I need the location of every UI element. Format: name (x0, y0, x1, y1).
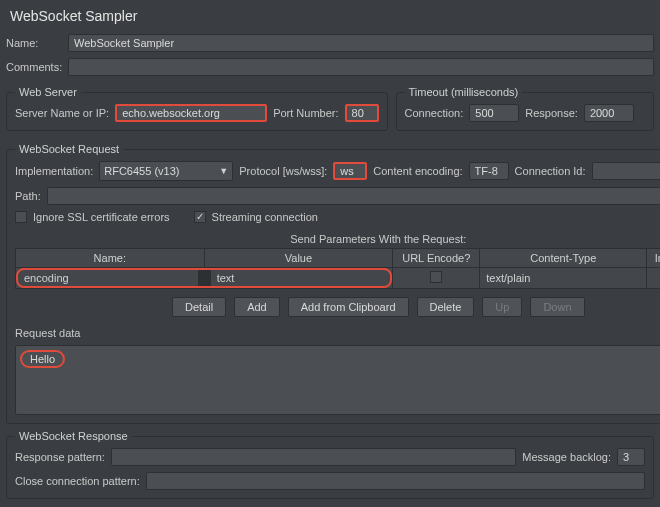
proto-input[interactable] (333, 162, 367, 180)
server-label: Server Name or IP: (15, 107, 109, 119)
timeout-resp-input[interactable] (584, 104, 634, 122)
down-button[interactable]: Down (530, 297, 584, 317)
cell-include[interactable] (647, 268, 660, 289)
checkbox-icon (194, 211, 206, 223)
port-input[interactable] (345, 104, 379, 122)
comments-input[interactable] (68, 58, 654, 76)
proto-label: Protocol [ws/wss]: (239, 165, 327, 177)
ignore-ssl-checkbox[interactable]: Ignore SSL certificate errors (15, 211, 170, 223)
comments-label: Comments: (6, 61, 62, 73)
checkbox-icon (430, 271, 442, 283)
delete-button[interactable]: Delete (417, 297, 475, 317)
checkbox-icon (15, 211, 27, 223)
up-button[interactable]: Up (482, 297, 522, 317)
impl-select[interactable]: RFC6455 (v13) ▼ (99, 161, 233, 181)
row-namevalue-highlight: encoding text (16, 268, 392, 288)
th-name[interactable]: Name: (16, 249, 205, 268)
impl-label: Implementation: (15, 165, 93, 177)
webserver-legend: Web Server (15, 86, 81, 98)
cell-ctype[interactable]: text/plain (480, 268, 647, 289)
server-input[interactable] (115, 104, 267, 122)
timeout-conn-label: Connection: (405, 107, 464, 119)
pattern-label: Response pattern: (15, 451, 105, 463)
close-label: Close connection pattern: (15, 475, 140, 487)
encoding-label: Content encoding: (373, 165, 462, 177)
cell-urlencode[interactable] (393, 268, 480, 289)
params-title: Send Parameters With the Request: (15, 233, 660, 245)
timeout-resp-label: Response: (525, 107, 578, 119)
connid-input[interactable] (592, 162, 660, 180)
backlog-label: Message backlog: (522, 451, 611, 463)
reqdata-value: Hello (20, 350, 65, 368)
addclip-button[interactable]: Add from Clipboard (288, 297, 409, 317)
timeout-legend: Timeout (milliseconds) (405, 86, 523, 98)
cell-name[interactable]: encoding (18, 272, 198, 284)
th-include[interactable]: Include Equals? (647, 249, 660, 268)
wsreq-legend: WebSocket Request (15, 143, 123, 155)
th-ctype[interactable]: Content-Type (480, 249, 647, 268)
name-input[interactable] (68, 34, 654, 52)
th-value[interactable]: Value (204, 249, 393, 268)
path-input[interactable] (47, 187, 660, 205)
ignore-ssl-label: Ignore SSL certificate errors (33, 211, 170, 223)
cell-value[interactable]: text (211, 272, 391, 284)
reqdata-textarea[interactable]: Hello (15, 345, 660, 415)
pattern-input[interactable] (111, 448, 516, 466)
connid-label: Connection Id: (515, 165, 586, 177)
timeout-conn-input[interactable] (469, 104, 519, 122)
streaming-checkbox[interactable]: Streaming connection (194, 211, 318, 223)
port-label: Port Number: (273, 107, 338, 119)
path-label: Path: (15, 190, 41, 202)
param-table: Name: Value URL Encode? Content-Type Inc… (15, 248, 660, 289)
add-button[interactable]: Add (234, 297, 280, 317)
chevron-down-icon: ▼ (219, 166, 228, 176)
reqdata-label: Request data (15, 327, 660, 339)
wsresp-legend: WebSocket Response (15, 430, 132, 442)
th-urlenc[interactable]: URL Encode? (393, 249, 480, 268)
page-title: WebSocket Sampler (6, 2, 654, 34)
encoding-input[interactable] (469, 162, 509, 180)
streaming-label: Streaming connection (212, 211, 318, 223)
backlog-input[interactable] (617, 448, 645, 466)
table-row[interactable]: encoding text text/plain (16, 268, 661, 289)
name-label: Name: (6, 37, 62, 49)
detail-button[interactable]: Detail (172, 297, 226, 317)
close-input[interactable] (146, 472, 645, 490)
impl-value: RFC6455 (v13) (104, 165, 179, 177)
